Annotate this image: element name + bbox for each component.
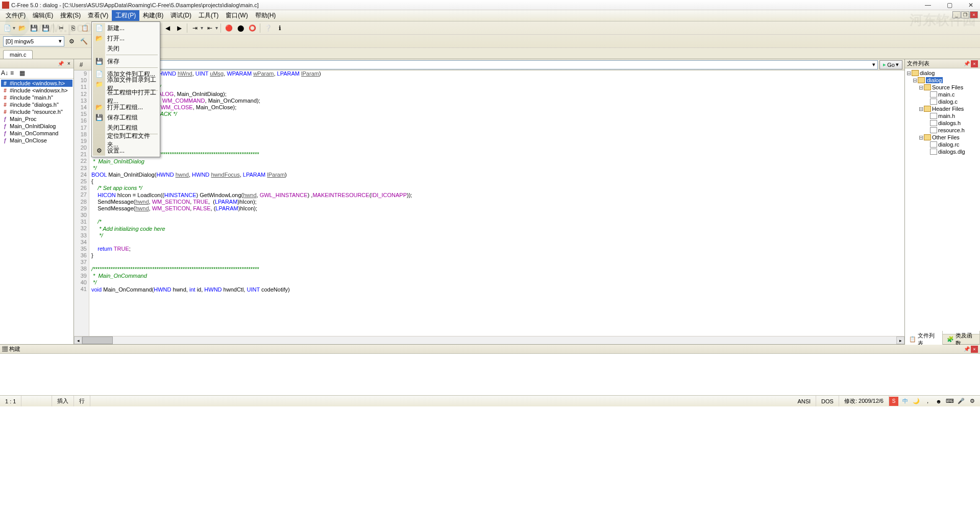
tree-project[interactable]: ⊟dialog: [906, 77, 979, 84]
tray-keyboard-icon[interactable]: ⌨: [945, 397, 954, 406]
app-icon: [2, 2, 9, 9]
tree-group-Source-Files[interactable]: ⊟Source Files: [906, 84, 979, 91]
symbol-Main-OnClose[interactable]: ƒMain_OnClose: [1, 137, 72, 144]
scroll-left-icon[interactable]: ◂: [74, 336, 82, 344]
tree-workspace[interactable]: ⊟dialog: [906, 69, 979, 77]
symbol--include-main-h-[interactable]: ##include "main.h": [1, 94, 72, 101]
build-panel-pin-icon[interactable]: 📌: [963, 346, 970, 353]
mdi-close[interactable]: ×: [970, 11, 978, 18]
menu-item-定位到工程文件夹[interactable]: 定位到工程文件夹...: [93, 135, 159, 146]
outdent-icon[interactable]: ⇤: [205, 23, 215, 33]
scroll-right-icon[interactable]: ▸: [896, 336, 904, 344]
symbol-Main-Proc[interactable]: ƒMain_Proc: [1, 115, 72, 123]
breakpoints-icon[interactable]: ⬤: [235, 23, 246, 33]
clear-breakpoints-icon[interactable]: ⭕: [247, 23, 257, 33]
menu-item-在工程组中打开工程[interactable]: 在工程组中打开工程...: [93, 92, 159, 102]
lookup-bar: # ƒ \c▾ ↪ ▾ ▸Go▾: [74, 59, 904, 70]
menu-project[interactable]: 工程(P): [112, 10, 139, 21]
tree-file-dialog-rc[interactable]: dialog.rc: [906, 141, 979, 148]
symbol-Main-OnInitDialog[interactable]: ƒMain_OnInitDialog: [1, 123, 72, 130]
symbol--include-windowsx-h-[interactable]: ##include <windowsx.h>: [1, 87, 72, 94]
menu-build[interactable]: 构建(B): [139, 10, 167, 21]
tray-moon-icon[interactable]: 🌙: [912, 397, 921, 406]
compile-icon[interactable]: ⚙: [66, 36, 77, 46]
minimize-button[interactable]: —: [921, 1, 935, 9]
menu-item-关闭工程组[interactable]: 关闭工程组: [93, 123, 159, 133]
panel-pin-icon[interactable]: 📌: [57, 60, 64, 67]
save-icon[interactable]: 💾: [29, 23, 39, 33]
tray-gear-icon[interactable]: ⚙: [968, 397, 977, 406]
menu-help[interactable]: 帮助(H): [252, 10, 280, 21]
horizontal-scrollbar[interactable]: ◂ ▸: [74, 336, 904, 344]
menu-item-打开工程组[interactable]: 📂打开工程组...: [93, 102, 159, 112]
build-icon[interactable]: 🔨: [79, 36, 89, 46]
menu-item-新建[interactable]: 📄新建...: [93, 23, 159, 33]
copy-icon[interactable]: ⎘: [68, 23, 78, 33]
tray-lang-icon[interactable]: 中: [900, 397, 910, 406]
toggle-breakpoint-icon[interactable]: 🔴: [224, 23, 234, 33]
symbol--include-resource-h-[interactable]: ##include "resource.h": [1, 108, 72, 115]
tray-smile-icon[interactable]: ☻: [934, 397, 943, 406]
paste-icon[interactable]: 📋: [80, 23, 90, 33]
mdi-restore[interactable]: ❐: [961, 11, 969, 18]
menu-window[interactable]: 窗口(W): [222, 10, 251, 21]
status-eol: DOS: [816, 396, 839, 406]
file-panel-pin-icon[interactable]: 📌: [963, 60, 970, 67]
tree-file-dialog-c[interactable]: dialog.c: [906, 98, 979, 105]
tree-group-Header-Files[interactable]: ⊟Header Files: [906, 105, 979, 112]
tree-file-resource-h[interactable]: resource.h: [906, 127, 979, 134]
tree-group-Other-Files[interactable]: ⊟Other Files: [906, 134, 979, 141]
menu-item-关闭[interactable]: 关闭: [93, 43, 159, 54]
menu-debug[interactable]: 调试(D): [167, 10, 195, 21]
menu-item-保存[interactable]: 💾保存: [93, 56, 159, 66]
menu-edit[interactable]: 编辑(E): [29, 10, 57, 21]
status-position: 1 : 1: [0, 396, 21, 406]
build-panel-close-icon[interactable]: ×: [971, 346, 978, 353]
go-button[interactable]: ▸Go▾: [879, 60, 902, 69]
bookmark-prev-icon[interactable]: ◀: [162, 23, 173, 33]
menu-item-保存工程组[interactable]: 💾保存工程组: [93, 112, 159, 123]
open-file-icon[interactable]: 📂: [17, 23, 27, 33]
lookup-symbol-input[interactable]: ▾: [154, 60, 878, 69]
status-insert-mode: 插入: [52, 396, 74, 406]
panel-close-icon[interactable]: ×: [65, 60, 72, 67]
symbol-Main-OnCommand[interactable]: ƒMain_OnCommand: [1, 130, 72, 137]
sort-kind-icon[interactable]: ≡: [10, 69, 18, 78]
indent-icon[interactable]: ⇥: [190, 23, 200, 33]
lookup-hash-icon[interactable]: #: [76, 60, 86, 70]
menu-item-打开[interactable]: 📂打开...: [93, 33, 159, 43]
menu-item-设置[interactable]: ⚙设置...: [93, 146, 159, 156]
new-file-icon[interactable]: 📄: [2, 23, 12, 33]
tree-file-dialogs-dlg[interactable]: dialogs.dlg: [906, 148, 979, 155]
help-icon[interactable]: ❔: [263, 23, 273, 33]
tray-ime-icon[interactable]: S: [889, 397, 898, 406]
menu-item-添加文件目录到工程[interactable]: 📁添加文件目录到工程...: [93, 79, 159, 89]
menu-file[interactable]: 文件(F): [2, 10, 29, 21]
symbol--include-dialogs-h-[interactable]: ##include "dialogs.h": [1, 101, 72, 108]
file-panel-close-icon[interactable]: ×: [971, 60, 978, 67]
tree-file-main-h[interactable]: main.h: [906, 112, 979, 119]
build-output[interactable]: [0, 354, 980, 395]
menu-search[interactable]: 搜索(S): [57, 10, 84, 21]
editor-tab-mainc[interactable]: main.c: [3, 50, 33, 59]
tray-comma-icon[interactable]: ，: [923, 397, 932, 406]
symbol--include-windows-h-[interactable]: ##include <windows.h>: [1, 80, 72, 87]
sort-alpha-icon[interactable]: A↓: [1, 69, 9, 78]
save-all-icon[interactable]: 💾: [40, 23, 51, 33]
code-editor[interactable]: 9101112131415161718192021222324252627282…: [74, 70, 904, 336]
mdi-minimize[interactable]: _: [952, 11, 961, 18]
compiler-select[interactable]: [D] mingw5▾: [3, 36, 64, 46]
about-icon[interactable]: ℹ: [275, 23, 285, 33]
close-button[interactable]: ✕: [964, 1, 978, 9]
bookmark-next-icon[interactable]: ▶: [174, 23, 184, 33]
symbol-panel: 📌 × A↓ ≡ ▦ ##include <windows.h>##includ…: [0, 59, 74, 344]
scroll-thumb[interactable]: [82, 336, 113, 344]
tree-file-dialogs-h[interactable]: dialogs.h: [906, 119, 979, 127]
tray-mic-icon[interactable]: 🎤: [957, 397, 966, 406]
filter-icon[interactable]: ▦: [19, 69, 28, 78]
maximize-button[interactable]: ▢: [942, 1, 957, 9]
menu-tools[interactable]: 工具(T): [195, 10, 222, 21]
tree-file-main-c[interactable]: main.c: [906, 91, 979, 98]
menu-view[interactable]: 查看(V): [84, 10, 112, 21]
cut-icon[interactable]: ✂: [56, 23, 66, 33]
